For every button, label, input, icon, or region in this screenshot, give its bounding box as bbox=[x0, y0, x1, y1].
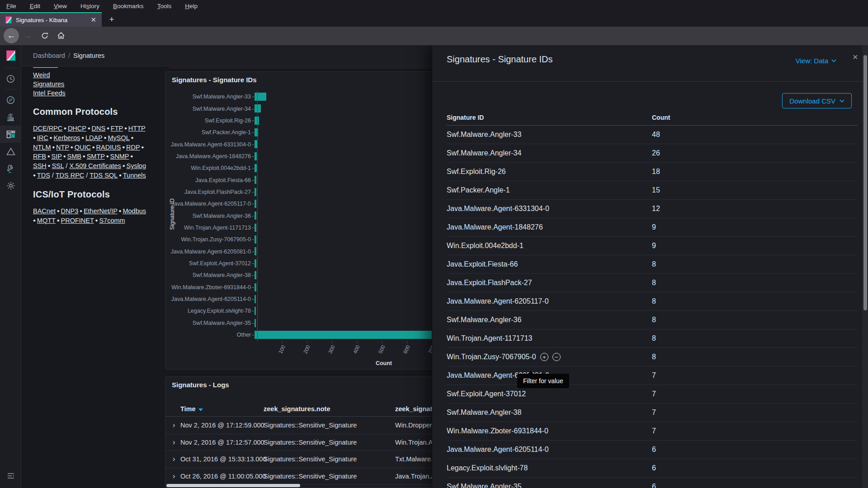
protocol-link[interactable]: DNS bbox=[92, 125, 106, 132]
chart-bar[interactable] bbox=[255, 271, 256, 279]
protocol-link[interactable]: FTP bbox=[111, 125, 123, 132]
kibana-logo[interactable] bbox=[0, 45, 21, 66]
logs-col-note[interactable]: zeek_signatures.note bbox=[264, 405, 330, 413]
chart-bar[interactable] bbox=[255, 117, 259, 125]
table-row[interactable]: Swf.Malware.Angler-387 bbox=[447, 404, 858, 422]
table-row[interactable]: Swf.Malware.Angler-368 bbox=[447, 311, 858, 329]
protocol-link[interactable]: QUIC bbox=[75, 144, 91, 151]
protocol-link[interactable]: DNP3 bbox=[61, 207, 79, 215]
view-data-menu[interactable]: View: Data bbox=[796, 57, 836, 65]
table-row[interactable]: Swf.Packer.Angle-115 bbox=[447, 181, 858, 200]
protocol-link[interactable]: SIP bbox=[52, 153, 62, 160]
protocol-link[interactable]: DHCP bbox=[68, 125, 86, 132]
link-signatures[interactable]: Signatures bbox=[33, 80, 64, 89]
management-icon[interactable] bbox=[0, 177, 21, 194]
table-row[interactable]: Legacy.Exploit.slvlight-786 bbox=[447, 459, 858, 478]
table-row[interactable]: Java.Malware.Agent-6205081-07 bbox=[447, 366, 858, 385]
protocol-link[interactable]: S7comm bbox=[99, 217, 125, 224]
protocol-link[interactable]: HTTP bbox=[128, 125, 146, 132]
protocol-link[interactable]: RDP bbox=[126, 144, 140, 151]
chart-bar[interactable] bbox=[255, 128, 258, 136]
chart-bar[interactable] bbox=[255, 188, 256, 196]
table-row[interactable]: Java.Malware.Agent-18482769 bbox=[447, 218, 858, 237]
protocol-link[interactable]: RADIUS bbox=[96, 144, 121, 151]
logs-horizontal-scrollbar[interactable] bbox=[166, 484, 300, 487]
protocol-link[interactable]: PROFINET bbox=[61, 217, 94, 224]
protocol-link[interactable]: SMTP bbox=[87, 153, 105, 160]
discover-icon[interactable] bbox=[0, 91, 21, 108]
chart-bar[interactable] bbox=[255, 295, 256, 303]
protocol-link[interactable]: LDAP bbox=[85, 134, 103, 141]
protocol-link[interactable]: RFB bbox=[33, 153, 46, 160]
protocol-link[interactable]: SSL bbox=[52, 162, 64, 169]
protocol-link[interactable]: BACnet bbox=[33, 207, 56, 215]
flyout-scrollbar-thumb[interactable] bbox=[863, 55, 867, 310]
protocol-link[interactable]: MQTT bbox=[37, 217, 56, 224]
chart-bar[interactable] bbox=[255, 104, 261, 113]
table-row[interactable]: Java.Exploit.Fiesta-668 bbox=[447, 255, 858, 274]
protocol-link[interactable]: TDS bbox=[37, 172, 50, 179]
collapse-icon[interactable] bbox=[0, 467, 21, 484]
protocol-link[interactable]: Syslog bbox=[126, 162, 146, 169]
protocol-link[interactable]: DCE/RPC bbox=[33, 125, 62, 132]
alerts-icon[interactable] bbox=[0, 143, 21, 160]
chart-bar[interactable] bbox=[255, 224, 256, 232]
table-row[interactable]: Swf.Malware.Angler-3348 bbox=[447, 126, 858, 144]
table-row[interactable]: Swf.Malware.Angler-3426 bbox=[447, 144, 858, 163]
table-row[interactable]: Java.Malware.Agent-6331304-012 bbox=[447, 200, 858, 218]
chart-bar[interactable] bbox=[255, 200, 256, 208]
chart-bar[interactable] bbox=[255, 307, 256, 315]
table-row[interactable]: Win.Malware.Zboter-6931844-07 bbox=[447, 422, 858, 441]
protocol-link[interactable]: Kerberos bbox=[53, 134, 80, 141]
protocol-link[interactable]: SSH bbox=[33, 162, 47, 169]
table-row[interactable]: Swf.Exploit.Agent-370127 bbox=[447, 385, 858, 404]
chart-bar[interactable] bbox=[255, 247, 256, 255]
recent-icon[interactable] bbox=[0, 70, 21, 87]
protocol-link[interactable]: MySQL bbox=[108, 134, 129, 141]
chart-bar[interactable] bbox=[255, 283, 256, 291]
protocol-link[interactable]: SMB bbox=[67, 153, 81, 160]
link-weird[interactable]: Weird bbox=[33, 70, 50, 80]
link-intel-feeds[interactable]: Intel Feeds bbox=[33, 89, 66, 98]
expand-row-icon[interactable]: › bbox=[173, 455, 175, 463]
chart-bar[interactable] bbox=[255, 259, 256, 267]
protocol-link[interactable]: Modbus bbox=[123, 207, 146, 215]
protocol-link[interactable]: EtherNet/IP bbox=[84, 207, 118, 215]
tab-signatures-kibana[interactable]: Signatures - Kibana ✕ bbox=[0, 12, 102, 27]
table-row[interactable]: Win.Exploit.004e2bdd-19 bbox=[447, 237, 858, 255]
back-button[interactable]: ← bbox=[4, 28, 19, 43]
table-row[interactable]: Win.Trojan.Agent-11717138 bbox=[447, 329, 858, 348]
visualize-icon[interactable] bbox=[0, 108, 21, 126]
reload-icon[interactable] bbox=[41, 32, 49, 40]
logs-col-time[interactable]: Time bbox=[180, 405, 203, 413]
chart-bar[interactable] bbox=[255, 164, 257, 172]
table-row[interactable]: Swf.Exploit.Rig-2618 bbox=[447, 163, 858, 181]
menu-bookmarks[interactable]: Bookmarks bbox=[113, 3, 144, 9]
home-icon[interactable] bbox=[57, 32, 65, 40]
table-row[interactable]: Java.Malware.Agent-6205114-06 bbox=[447, 441, 858, 459]
chart-bar[interactable] bbox=[255, 331, 445, 339]
chart-bar[interactable] bbox=[255, 319, 256, 327]
menu-help[interactable]: Help bbox=[185, 3, 198, 9]
protocol-link[interactable]: SNMP bbox=[110, 153, 129, 160]
protocol-link[interactable]: NTLM bbox=[33, 144, 51, 151]
dashboard-icon[interactable] bbox=[0, 126, 21, 143]
breadcrumb-dashboard[interactable]: Dashboard bbox=[33, 52, 65, 59]
table-row[interactable]: Java.Malware.Agent-6205117-08 bbox=[447, 292, 858, 311]
menu-edit[interactable]: Edit bbox=[30, 3, 40, 9]
chart-bar[interactable] bbox=[255, 152, 257, 160]
protocol-link[interactable]: X.509 Certificates bbox=[69, 162, 121, 169]
new-tab-button[interactable]: + bbox=[105, 13, 118, 26]
dev-tools-icon[interactable] bbox=[0, 160, 21, 177]
chart-bar[interactable] bbox=[255, 176, 256, 184]
table-row[interactable]: Swf.Malware.Angler-356 bbox=[447, 478, 858, 488]
filter-for-value-icon[interactable]: + bbox=[540, 353, 548, 361]
menu-file[interactable]: File bbox=[6, 3, 16, 9]
chart-bar[interactable] bbox=[255, 93, 266, 101]
chart-bar[interactable] bbox=[255, 211, 256, 220]
expand-row-icon[interactable]: › bbox=[173, 472, 175, 480]
table-row[interactable]: Win.Trojan.Zusy-7067905-0+−8 bbox=[447, 348, 858, 366]
menu-history[interactable]: History bbox=[80, 3, 99, 9]
menu-tools[interactable]: Tools bbox=[157, 3, 172, 9]
close-icon[interactable]: × bbox=[853, 52, 858, 62]
